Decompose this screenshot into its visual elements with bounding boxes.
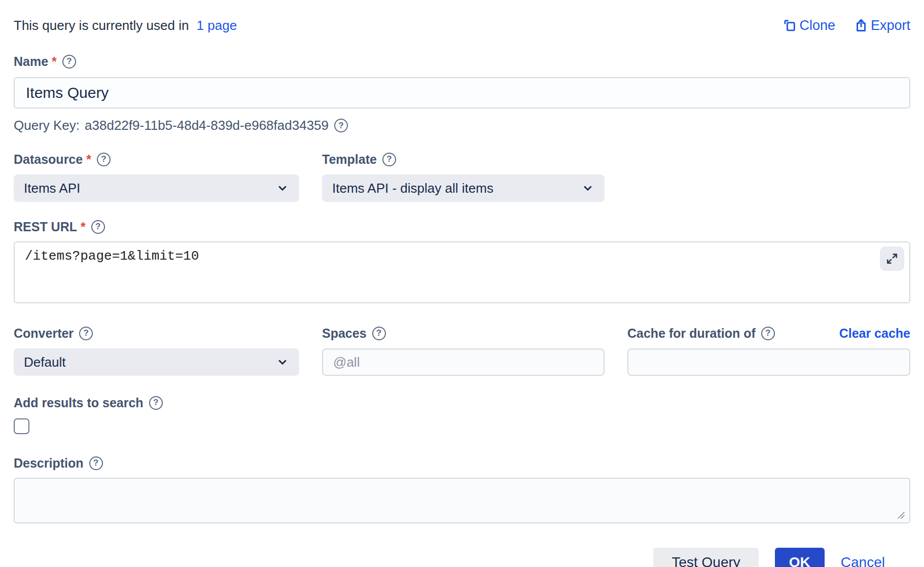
footer-actions: Test Query OK Cancel (14, 548, 910, 567)
add-results-label-text: Add results to search (14, 394, 144, 411)
usage-note: This query is currently used in 1 page (14, 18, 237, 33)
cache-field: Cache for duration of ? Clear cache (627, 325, 910, 376)
converter-selected-value: Default (24, 355, 65, 370)
converter-label: Converter ? (14, 325, 299, 342)
clone-label: Clone (799, 18, 835, 33)
help-icon[interactable]: ? (89, 456, 103, 470)
datasource-select[interactable]: Items API (14, 174, 299, 202)
spaces-label-text: Spaces (322, 325, 367, 342)
rest-url-label-text: REST URL (14, 218, 77, 235)
name-label: Name * ? (14, 53, 910, 70)
spaces-input[interactable] (322, 348, 605, 376)
usage-pages-link[interactable]: 1 page (197, 18, 237, 33)
usage-text: This query is currently used in (14, 18, 189, 33)
query-editor-form: This query is currently used in 1 page C… (0, 15, 924, 567)
name-input[interactable] (14, 77, 910, 109)
description-label-text: Description (14, 454, 84, 472)
ok-button[interactable]: OK (775, 548, 825, 567)
rest-url-label: REST URL * ? (14, 218, 910, 235)
chevron-down-icon (276, 182, 289, 195)
datasource-label: Datasource * ? (14, 151, 299, 168)
clone-icon (782, 18, 797, 33)
query-key-value: a38d22f9-11b5-48d4-839d-e968fad34359 (85, 118, 329, 133)
test-query-button[interactable]: Test Query (653, 548, 758, 567)
chevron-down-icon (581, 182, 594, 195)
query-key-label: Query Key: (14, 118, 80, 133)
help-icon[interactable]: ? (149, 396, 163, 410)
template-label-text: Template (322, 151, 377, 168)
rest-url-textarea[interactable]: /items?page=1&limit=10 (14, 241, 910, 303)
help-icon[interactable]: ? (382, 153, 396, 166)
help-icon[interactable]: ? (372, 327, 386, 340)
converter-spaces-cache-row: Converter ? Default Spaces ? Cache for d… (14, 325, 910, 376)
help-icon[interactable]: ? (79, 327, 93, 340)
expand-button[interactable] (880, 246, 904, 271)
cache-label-row: Cache for duration of ? Clear cache (627, 325, 910, 342)
converter-label-text: Converter (14, 325, 74, 342)
template-select[interactable]: Items API - display all items (322, 174, 605, 202)
query-key: Query Key: a38d22f9-11b5-48d4-839d-e968f… (14, 118, 910, 133)
help-icon[interactable]: ? (761, 327, 775, 340)
add-results-label: Add results to search ? (14, 394, 910, 411)
header-actions: Clone Export (782, 18, 910, 33)
expand-icon (885, 252, 899, 266)
required-asterisk: * (52, 53, 57, 70)
export-button[interactable]: Export (854, 18, 910, 33)
cache-duration-input[interactable] (627, 348, 910, 376)
export-label: Export (871, 18, 910, 33)
converter-select[interactable]: Default (14, 348, 299, 376)
datasource-selected-value: Items API (24, 181, 80, 196)
description-label: Description ? (14, 454, 910, 472)
rest-url-wrap: /items?page=1&limit=10 (14, 241, 910, 305)
add-results-checkbox[interactable] (14, 418, 29, 434)
help-icon[interactable]: ? (62, 55, 76, 68)
help-icon[interactable]: ? (97, 153, 111, 166)
spaces-field: Spaces ? (322, 325, 605, 376)
datasource-label-text: Datasource (14, 151, 83, 168)
required-asterisk: * (81, 218, 86, 235)
cache-label: Cache for duration of ? (627, 325, 775, 342)
template-selected-value: Items API - display all items (332, 181, 493, 196)
converter-field: Converter ? Default (14, 325, 299, 376)
spaces-label: Spaces ? (322, 325, 605, 342)
description-textarea[interactable] (14, 478, 910, 523)
cache-label-text: Cache for duration of (627, 325, 756, 342)
clone-button[interactable]: Clone (782, 18, 835, 33)
export-icon (854, 18, 869, 33)
datasource-template-row: Datasource * ? Items API Template ? Item… (14, 151, 910, 202)
clear-cache-link[interactable]: Clear cache (839, 325, 910, 342)
required-asterisk: * (86, 151, 91, 168)
top-bar: This query is currently used in 1 page C… (14, 15, 910, 36)
template-field: Template ? Items API - display all items (322, 151, 605, 202)
name-label-text: Name (14, 53, 48, 70)
description-wrap (14, 478, 910, 525)
template-label: Template ? (322, 151, 605, 168)
chevron-down-icon (276, 356, 289, 369)
help-icon[interactable]: ? (91, 220, 105, 234)
help-icon[interactable]: ? (334, 119, 348, 132)
datasource-field: Datasource * ? Items API (14, 151, 299, 202)
cancel-button[interactable]: Cancel (841, 554, 885, 567)
